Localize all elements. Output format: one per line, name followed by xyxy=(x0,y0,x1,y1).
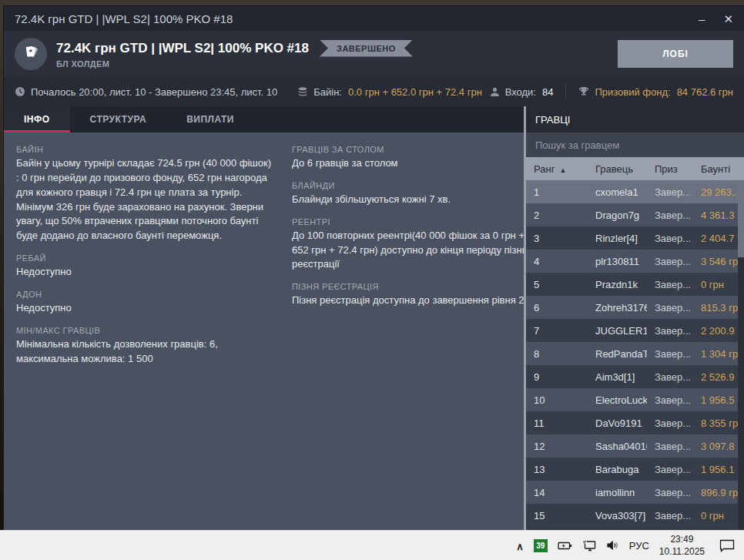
table-row[interactable]: 11DaVo9191Завер...8 355 грн xyxy=(526,411,744,434)
player-rank: 11 xyxy=(526,417,588,429)
network-icon[interactable] xyxy=(582,540,596,552)
player-name: Prazdn1k xyxy=(588,279,647,290)
table-row[interactable]: 14iamollinnЗавер...896.9 грн xyxy=(526,481,744,504)
player-bounty: 815.3 грн xyxy=(693,302,744,314)
battery-icon[interactable] xyxy=(558,541,572,551)
scrollbar-thumb[interactable] xyxy=(738,180,744,257)
table-row[interactable]: 7JUGGLER17Завер...2 200.9 ... xyxy=(526,319,744,342)
player-bounty: 0 грн xyxy=(693,510,744,521)
table-row[interactable]: 12Sasha040102Завер...3 097.8 ... xyxy=(526,434,744,458)
player-bounty: 2 404.7 ... xyxy=(693,233,744,244)
player-bounty: 1 956.5 ... xyxy=(693,394,744,406)
tournament-info-bar: Почалось 20:00, лист. 10 - Завершено 23:… xyxy=(4,77,744,106)
table-row[interactable]: 4plr130811Завер...3 546 грн xyxy=(526,250,744,273)
schedule-text: Почалось 20:00, лист. 10 - Завершено 23:… xyxy=(31,86,277,98)
section-body: До 6 гравців за столом xyxy=(292,156,524,171)
tab-payouts[interactable]: ВИПЛАТИ xyxy=(166,106,254,132)
table-row[interactable]: 2Dragon7gЗавер...4 361.3 ... xyxy=(526,203,744,226)
player-prize: Завер... xyxy=(647,417,693,429)
section-body: Байін у цьому турнірі складає 724.5 грн … xyxy=(16,156,272,243)
person-icon xyxy=(490,87,500,97)
player-rank: 6 xyxy=(526,302,588,314)
player-bounty: 0 грн xyxy=(693,279,744,290)
clock-date: 10.11.2025 xyxy=(659,545,705,558)
tab-bar: ІНФО СТРУКТУРА ВИПЛАТИ xyxy=(4,106,524,132)
section-reentry: РЕЕНТРІ До 100 повторних реентрі(40 000 … xyxy=(292,217,524,273)
column-rank[interactable]: Ранг▲ xyxy=(526,163,588,175)
section-heading: АДОН xyxy=(16,290,272,299)
table-row[interactable]: 6Zohreh3176Завер...815.3 грн xyxy=(526,296,744,319)
section-body: Недоступно xyxy=(16,301,272,316)
tournament-avatar xyxy=(15,38,47,70)
column-prize[interactable]: Приз xyxy=(647,163,693,175)
section-body: Пізня реєстрація доступна до завершення … xyxy=(292,293,524,308)
player-rank: 4 xyxy=(526,256,588,267)
window-title: 72.4K грн GTD | |WPL S2| 100% PKO #18 xyxy=(15,12,233,25)
section-heading: ГРАВЦІВ ЗА СТОЛОМ xyxy=(292,145,524,154)
tab-info[interactable]: ІНФО xyxy=(4,106,70,132)
table-row[interactable]: 1cxomela1Завер...29 263... xyxy=(526,180,744,203)
section-buyin: БАЙІН Байін у цьому турнірі складає 724.… xyxy=(16,145,272,243)
table-row[interactable]: 9Aim3d[1]Завер...2 526.9 ... xyxy=(526,365,744,388)
player-rank: 1 xyxy=(526,186,588,198)
window-titlebar[interactable]: 72.4K грн GTD | |WPL S2| 100% PKO #18 – … xyxy=(4,6,744,31)
column-player[interactable]: Гравець xyxy=(588,163,647,175)
player-bounty: 3 546 грн xyxy=(693,256,744,267)
player-bounty: 2 200.9 ... xyxy=(693,325,744,337)
battery-percentage-badge[interactable]: 39 xyxy=(534,539,548,552)
player-prize: Завер... xyxy=(647,233,693,244)
players-panel-title: ГРАВЦІ xyxy=(526,106,744,132)
clock-icon xyxy=(15,86,25,97)
player-prize: Завер... xyxy=(647,325,693,337)
player-rank: 5 xyxy=(526,279,588,290)
section-addon: АДОН Недоступно xyxy=(16,290,272,316)
section-players-per-table: ГРАВЦІВ ЗА СТОЛОМ До 6 гравців за столом xyxy=(292,145,524,171)
player-rank: 12 xyxy=(526,441,588,452)
player-prize: Завер... xyxy=(647,464,693,475)
player-rank: 9 xyxy=(526,371,588,383)
language-indicator[interactable]: РУС xyxy=(629,540,649,552)
tab-structure[interactable]: СТРУКТУРА xyxy=(70,106,167,132)
column-bounty[interactable]: Баунті xyxy=(693,163,744,175)
table-row[interactable]: 10ElectroLuckЗавер...1 956.5 ... xyxy=(526,388,744,411)
section-heading: ПІЗНЯ РЕЄСТРАЦІЯ xyxy=(292,282,524,291)
player-name: plr130811 xyxy=(588,256,647,267)
table-row[interactable]: 8RedPandaTo...Завер...1 304 грн xyxy=(526,342,744,365)
player-rank: 10 xyxy=(526,394,588,406)
lobby-button[interactable]: ЛОБІ xyxy=(618,40,733,68)
player-prize: Завер... xyxy=(647,371,693,383)
player-name: cxomela1 xyxy=(588,186,647,198)
player-prize: Завер... xyxy=(647,394,693,406)
player-bounty: 29 263... xyxy=(693,186,744,198)
player-prize: Завер... xyxy=(647,510,693,521)
player-search-input[interactable] xyxy=(526,132,744,157)
player-prize: Завер... xyxy=(647,256,693,267)
entries-label: Входи: xyxy=(505,86,536,98)
scrollbar[interactable] xyxy=(738,180,744,530)
status-badge: ЗАВЕРШЕНО xyxy=(320,40,413,57)
players-table-body: 1cxomela1Завер...29 263... 2Dragon7gЗаве… xyxy=(526,180,744,530)
action-center-icon[interactable] xyxy=(719,539,735,552)
clock-time: 23:49 xyxy=(659,533,705,545)
player-bounty: 896.9 грн xyxy=(693,487,744,498)
section-body: До 100 повторних реентрі(40 000 фішок за… xyxy=(292,229,524,273)
prize-pool-value: 84 762.6 грн xyxy=(677,86,733,98)
tray-overflow-chevron-icon[interactable]: ∧ xyxy=(516,541,524,552)
info-tab-content: БАЙІН Байін у цьому турнірі складає 724.… xyxy=(4,132,524,530)
trophy-icon xyxy=(578,86,589,97)
player-name: Zohreh3176 xyxy=(588,302,647,314)
taskbar-clock[interactable]: 23:49 10.11.2025 xyxy=(659,533,705,558)
prize-pool-label: Призовий фонд: xyxy=(595,86,670,98)
table-row[interactable]: 13BarabugaЗавер...1 956.1 ... xyxy=(526,458,744,481)
player-prize: Завер... xyxy=(647,487,693,498)
speaker-icon[interactable] xyxy=(606,540,619,551)
minimize-icon[interactable]: – xyxy=(699,13,705,25)
player-prize: Завер... xyxy=(647,279,693,290)
table-row[interactable]: 3Rinzler[4]Завер...2 404.7 ... xyxy=(526,226,744,250)
player-prize: Завер... xyxy=(647,302,693,314)
table-row[interactable]: 15Vova303[7]Завер...0 грн xyxy=(526,504,744,527)
table-row[interactable]: 5Prazdn1kЗавер...0 грн xyxy=(526,273,744,296)
game-type-label: БЛ ХОЛДЕМ xyxy=(56,59,413,69)
close-icon[interactable]: ✕ xyxy=(723,13,733,25)
player-rank: 7 xyxy=(526,325,588,337)
